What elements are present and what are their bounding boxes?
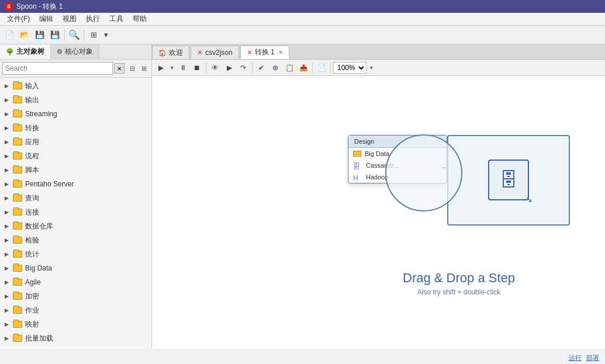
canvas-toolbar: ▶ ▾ ⏸ ⏹ 👁 ▶ ↷ ✔ ⊕ 📋 📤 📄 100% 75% 50% 150… [152, 60, 605, 76]
tab-core-objects[interactable]: ⚙ 核心对象 [51, 44, 99, 59]
tree-item-query[interactable]: ▶ 查询 [0, 191, 151, 205]
tree-item-agile[interactable]: ▶ Agile [0, 275, 151, 289]
tree-item-job[interactable]: ▶ 作业 [0, 303, 151, 317]
save-btn[interactable]: 💾 [33, 28, 47, 42]
csv2json-icon: ✕ [197, 48, 203, 57]
tree-label: Streaming [25, 110, 57, 118]
tree-label: 查询 [25, 193, 39, 203]
preview-btn[interactable]: 👁 [209, 61, 222, 74]
tab-main-tree[interactable]: 🌳 主对象树 [0, 44, 51, 59]
collapse-tree-icon[interactable]: ⊟ [127, 63, 137, 74]
tab-csv2json[interactable]: ✕ csv2json [191, 46, 239, 59]
zoom-select[interactable]: 100% 75% 50% 150% 200% [333, 62, 367, 74]
arrow-icon: ▶ [5, 279, 13, 285]
folder-icon [13, 82, 22, 89]
tree-label: Pentaho Server [25, 180, 74, 188]
main-toolbar: 📄 📂 💾 💾 🔍 ⊞ ▾ [0, 26, 605, 44]
tab-close-icon[interactable]: ✕ [278, 49, 283, 56]
transform-icon: ✕ [247, 48, 253, 57]
step-btn[interactable]: ↷ [237, 61, 250, 74]
tree-item-input[interactable]: ▶ 输入 [0, 79, 151, 93]
menu-bar: 文件(F) 编辑 视图 执行 工具 帮助 [0, 13, 605, 26]
search-area: ✕ ⊟ ⊞ [0, 60, 151, 78]
save-as-btn[interactable]: 💾 [48, 28, 62, 42]
tab-welcome[interactable]: 🏠 欢迎 [152, 46, 189, 59]
folder-icon [13, 138, 22, 145]
tree-label: 加密 [25, 292, 39, 301]
db-step-icon: 🗄 [488, 160, 529, 200]
tab-strip: 🏠 欢迎 ✕ csv2json ✕ 转换 1 ✕ [152, 44, 605, 60]
drag-text: Drag & Drop a Step Also try shift + doub… [403, 271, 515, 296]
drag-title: Drag & Drop a Step [403, 271, 515, 286]
tree-item-transform[interactable]: ▶ 转换 [0, 121, 151, 135]
export-btn[interactable]: 📤 [297, 61, 310, 74]
tree-label: 连接 [25, 207, 39, 217]
pause-btn[interactable]: ⏸ [177, 61, 189, 74]
menu-help[interactable]: 帮助 [128, 13, 151, 25]
layers-dropdown[interactable]: ▾ [102, 28, 110, 42]
app-icon: S [5, 2, 13, 11]
drag-drop-area: Design Big Data 🗄 Cassandr... H Hadoop [348, 129, 570, 296]
toolbar-sep-1 [64, 29, 65, 41]
tree-item-output[interactable]: ▶ 输出 [0, 93, 151, 107]
tree-item-flow[interactable]: ▶ 流程 [0, 149, 151, 163]
menu-file[interactable]: 文件(F) [2, 13, 34, 25]
arrow-icon: ▶ [5, 181, 13, 187]
run-dropdown[interactable]: ▾ [168, 61, 175, 74]
verify-btn[interactable]: ✔ [255, 61, 268, 74]
search-input[interactable] [2, 62, 113, 75]
menu-edit[interactable]: 编辑 [34, 13, 58, 25]
menu-view[interactable]: 视图 [58, 13, 81, 25]
tree-item-verify[interactable]: ▶ 检验 [0, 233, 151, 247]
tree-item-connect[interactable]: ▶ 连接 [0, 205, 151, 219]
tree-label: 映射 [25, 320, 39, 330]
tree-item-apps[interactable]: ▶ 应用 [0, 135, 151, 149]
menu-run[interactable]: 执行 [81, 13, 105, 25]
welcome-icon: 🏠 [158, 49, 167, 57]
layers-btn[interactable]: ⊞ [87, 28, 101, 42]
tree-label: 流程 [25, 151, 39, 161]
zoom-dropdown[interactable]: ▾ [368, 61, 375, 74]
arrow-icon: ▶ [5, 167, 13, 173]
menu-tools[interactable]: 工具 [105, 13, 128, 25]
tree-item-pentaho[interactable]: ▶ Pentaho Server [0, 177, 151, 191]
tree-icon: 🌳 [6, 48, 14, 56]
stop-btn[interactable]: ⏹ [191, 61, 203, 74]
tree-item-bulk[interactable]: ▶ 批量加载 [0, 331, 151, 345]
svg-point-1 [386, 135, 462, 211]
arrow-icon: ▶ [5, 139, 13, 145]
arrow-icon: ▶ [5, 307, 13, 313]
tree-label: 应用 [25, 137, 39, 147]
drag-subtitle: Also try shift + double-click [403, 288, 515, 296]
debug-run-btn[interactable]: ▶ [223, 61, 236, 74]
tree-item-streaming[interactable]: ▶ Streaming [0, 107, 151, 121]
tree-item-encrypt[interactable]: ▶ 加密 [0, 289, 151, 303]
canvas-sep-2 [252, 63, 253, 73]
canvas: Design Big Data 🗄 Cassandr... H Hadoop [152, 76, 605, 349]
folder-icon [13, 307, 22, 314]
folder-small-icon [353, 151, 361, 157]
run-btn[interactable]: ▶ [154, 61, 167, 74]
show-log-btn[interactable]: 📄 [315, 61, 328, 74]
tree-item-stats[interactable]: ▶ 统计 [0, 247, 151, 261]
tree-label: 脚本 [25, 165, 39, 175]
folder-icon [13, 209, 22, 216]
explore-btn[interactable]: 🔍 [67, 28, 81, 42]
status-run-link[interactable]: 运行 [569, 353, 582, 362]
sql-btn[interactable]: 📋 [283, 61, 296, 74]
expand-tree-icon[interactable]: ⊞ [139, 63, 149, 74]
canvas-sep-3 [312, 63, 313, 73]
tree-label: 输出 [25, 95, 39, 105]
tree-item-bigdata[interactable]: ▶ Big Data [0, 261, 151, 275]
tab-transform1[interactable]: ✕ 转换 1 ✕ [240, 46, 289, 59]
tree-item-mapping[interactable]: ▶ 映射 [0, 317, 151, 331]
search-clear-btn[interactable]: ✕ [114, 63, 125, 74]
tree-item-script[interactable]: ▶ 脚本 [0, 163, 151, 177]
status-deploy-link[interactable]: 部署 [586, 353, 599, 362]
new-file-btn[interactable]: 📄 [2, 28, 16, 42]
tree-item-dw[interactable]: ▶ 数据仓库 [0, 219, 151, 233]
impact-btn[interactable]: ⊕ [269, 61, 282, 74]
open-file-btn[interactable]: 📂 [18, 28, 32, 42]
tree-label: 转换 [25, 123, 39, 133]
tree-label: 作业 [25, 306, 39, 316]
